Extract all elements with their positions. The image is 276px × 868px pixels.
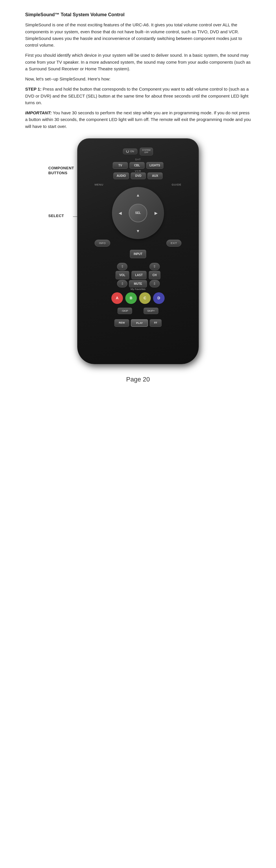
- annotation-select: SELECT: [48, 214, 64, 219]
- ff-button[interactable]: FF: [150, 319, 162, 327]
- important-paragraph: IMPORTANT: You have 30 seconds to perfor…: [25, 110, 251, 130]
- heading-title: SimpleSound™ Total System Volume Control: [25, 11, 251, 18]
- component-buttons-label: COMPONENTBUTTONS: [48, 166, 74, 176]
- dpad-area: ▲ ▼ ◀ ▶ SEL: [112, 187, 164, 239]
- tv-button[interactable]: TV: [113, 162, 128, 169]
- step1-text: Press and hold the button that correspon…: [25, 87, 249, 105]
- skip-minus-button[interactable]: -SKIP: [118, 308, 132, 314]
- lights-button[interactable]: LIGHTS: [146, 162, 163, 169]
- audio-button[interactable]: AUDIO: [114, 173, 129, 179]
- ch-down-button[interactable]: ⇩: [149, 280, 160, 287]
- vol-down-button[interactable]: ⇩: [117, 280, 128, 287]
- page: SimpleSound™ Total System Volume Control…: [0, 0, 276, 868]
- abcd-row: A B C D: [112, 292, 164, 304]
- dvd-button[interactable]: DVD: [131, 173, 146, 179]
- mute-button[interactable]: MUTE: [129, 280, 147, 287]
- paragraph-2: First you should identify which device i…: [25, 52, 251, 72]
- input-button[interactable]: INPUT: [130, 250, 146, 258]
- input-row: INPUT: [130, 250, 146, 258]
- remote-diagram: COMPONENTBUTTONS SELECT ON SYSTEM OFF: [48, 138, 228, 364]
- step1-label: STEP 1:: [25, 87, 41, 91]
- aux-button[interactable]: AUX: [148, 173, 162, 179]
- paragraph-1: SimpleSound is one of the most exciting …: [25, 22, 251, 48]
- paragraph-3: Now, let's set--up SimpleSound. Here's h…: [25, 75, 251, 82]
- power-row: ON SYSTEM OFF: [123, 148, 153, 155]
- power-on-label: ON: [130, 150, 134, 153]
- sel-button[interactable]: SEL: [129, 204, 147, 222]
- skip-row: -SKIP SKIP+: [118, 308, 158, 314]
- remote-body: ON SYSTEM OFF SAT TV CBL LIGHTS VCR AUDI…: [77, 138, 199, 364]
- dpad-right-button[interactable]: ▶: [150, 206, 162, 220]
- component-row-2: AUDIO DVD AUX: [114, 173, 162, 179]
- dpad-left-button[interactable]: ◀: [114, 206, 126, 220]
- b-button[interactable]: B: [125, 292, 137, 304]
- menu-guide-labels: MENU GUIDE: [95, 183, 181, 186]
- vol-group: ⇧ VOL ⇩: [116, 263, 129, 287]
- annotation-component-buttons: COMPONENTBUTTONS: [48, 166, 74, 176]
- info-button[interactable]: INFO: [95, 240, 110, 247]
- cbl-button[interactable]: CBL: [130, 162, 145, 169]
- play-button[interactable]: PLAY: [131, 319, 148, 327]
- d-button[interactable]: D: [153, 292, 164, 304]
- vcr-label: VCR: [135, 169, 141, 173]
- my-favorites-label: My Favorites: [130, 288, 146, 290]
- page-number: Page 20: [23, 376, 253, 392]
- rew-button[interactable]: REW: [114, 319, 129, 327]
- text-section: SimpleSound™ Total System Volume Control…: [25, 11, 251, 130]
- dpad-ring: ▲ ▼ ◀ ▶ SEL: [112, 187, 164, 239]
- mute-row: MUTE: [129, 280, 147, 287]
- ch-up-button[interactable]: ⇧: [149, 263, 160, 270]
- important-text: You have 30 seconds to perform the next …: [25, 110, 251, 129]
- power-icon: [126, 150, 129, 153]
- menu-label: MENU: [95, 183, 103, 186]
- vol-label: VOL: [116, 271, 129, 279]
- system-off-line1: SYSTEM: [142, 149, 150, 151]
- component-row-1: TV CBL LIGHTS: [113, 162, 163, 169]
- last-button[interactable]: LAST: [131, 271, 146, 279]
- ch-group: ⇧ CH ⇩: [149, 263, 160, 287]
- skip-plus-button[interactable]: SKIP+: [144, 308, 158, 314]
- c-button[interactable]: C: [139, 292, 151, 304]
- ch-label: CH: [149, 271, 160, 279]
- important-label: IMPORTANT:: [25, 110, 52, 115]
- sat-label: SAT: [135, 158, 141, 161]
- power-on-button[interactable]: ON: [123, 149, 137, 154]
- playback-row: REW PLAY FF: [114, 319, 161, 327]
- vol-up-button[interactable]: ⇧: [117, 263, 128, 270]
- select-label: SELECT: [48, 214, 64, 219]
- guide-label: GUIDE: [172, 183, 181, 186]
- a-button[interactable]: A: [112, 292, 123, 304]
- system-off-line2: OFF: [142, 151, 150, 154]
- dpad-down-button[interactable]: ▼: [131, 225, 145, 237]
- info-exit-row: INFO EXIT: [95, 240, 181, 247]
- step1-paragraph: STEP 1: Press and hold the button that c…: [25, 86, 251, 106]
- exit-button[interactable]: EXIT: [166, 240, 181, 247]
- system-off-button[interactable]: SYSTEM OFF: [140, 148, 153, 155]
- dpad-up-button[interactable]: ▲: [131, 189, 145, 201]
